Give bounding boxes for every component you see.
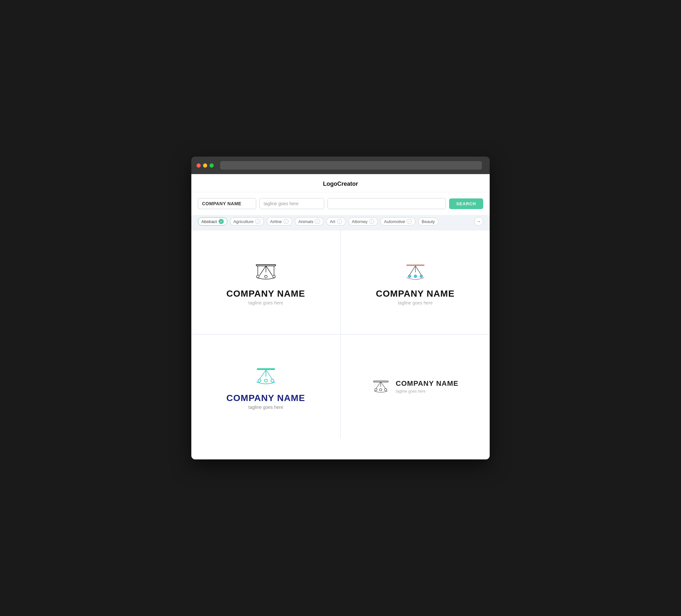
filter-label-abstract: Abstract (201, 219, 217, 224)
logo2-company: COMPANY NAME (376, 288, 455, 299)
logo-card-1[interactable]: COMPANY NAME tagline goes here (191, 230, 340, 334)
logo3-company: COMPANY NAME (226, 393, 305, 403)
keyword-input[interactable] (328, 198, 446, 209)
check-icon-automotive: ✓ (407, 219, 412, 224)
logo1-tagline: tagline goes here (248, 300, 283, 305)
filter-section: Abstract ✓ Agriculture ✓ Airline ✓ Anima… (191, 215, 490, 230)
svg-point-22 (271, 379, 274, 382)
svg-point-28 (380, 388, 382, 391)
check-icon-attorney: ✓ (369, 219, 374, 224)
filter-chip-automotive[interactable]: Automotive ✓ (380, 217, 415, 226)
filter-label-art: Art (330, 219, 335, 224)
logo-card-4[interactable]: COMPANY NAME tagline goes here (341, 335, 490, 438)
svg-line-19 (266, 370, 272, 379)
svg-point-21 (264, 379, 267, 382)
tagline-input[interactable] (259, 198, 324, 209)
filter-label-animals: Animals (298, 219, 313, 224)
traffic-lights (197, 163, 214, 168)
check-icon-abstract: ✓ (219, 219, 224, 224)
address-bar[interactable] (220, 161, 482, 170)
company-name-input[interactable] (198, 198, 256, 209)
check-icon-agriculture: ✓ (255, 219, 260, 224)
filter-label-airline: Airline (270, 219, 282, 224)
filter-chip-attorney[interactable]: Attorney ✓ (348, 217, 378, 226)
filter-label-beauty: Beauty (422, 219, 434, 224)
logo-grid: COMPANY NAME tagline goes here (191, 230, 490, 438)
svg-point-27 (375, 388, 377, 391)
search-section: SEARCH (191, 192, 490, 215)
svg-point-13 (408, 275, 411, 278)
svg-line-11 (409, 266, 415, 275)
logo1-company: COMPANY NAME (226, 288, 305, 299)
svg-point-20 (258, 379, 261, 382)
minimize-button[interactable] (203, 163, 207, 168)
browser-window: LogoCreator SEARCH Abstract ✓ Agricultur… (191, 157, 490, 459)
svg-point-14 (414, 275, 417, 278)
filter-label-attorney: Attorney (352, 219, 368, 224)
filter-chip-agriculture[interactable]: Agriculture ✓ (230, 217, 264, 226)
app-header: LogoCreator (191, 174, 490, 192)
svg-line-25 (376, 382, 381, 389)
browser-content: LogoCreator SEARCH Abstract ✓ Agricultur… (191, 174, 490, 459)
pendulum-icon-3 (253, 363, 279, 389)
logo4-company: COMPANY NAME (396, 379, 458, 388)
check-icon-animals: ✓ (315, 219, 320, 224)
svg-line-12 (415, 266, 421, 275)
filter-chip-abstract[interactable]: Abstract ✓ (198, 217, 227, 226)
filter-chip-airline[interactable]: Airline ✓ (267, 217, 292, 226)
logo2-tagline: tagline goes here (398, 300, 433, 305)
svg-rect-16 (257, 368, 275, 370)
svg-line-3 (266, 266, 272, 276)
maximize-button[interactable] (209, 163, 214, 168)
browser-titlebar (191, 157, 490, 174)
close-button[interactable] (197, 163, 201, 168)
logo3-tagline: tagline goes here (248, 405, 283, 410)
svg-line-2 (259, 266, 266, 276)
svg-point-15 (420, 275, 423, 278)
filter-chip-animals[interactable]: Animals ✓ (295, 217, 324, 226)
filter-label-automotive: Automotive (384, 219, 405, 224)
logo4-text-group: COMPANY NAME tagline goes here (396, 379, 458, 393)
filter-chip-beauty[interactable]: Beauty (418, 217, 438, 226)
check-icon-art: ✓ (337, 219, 342, 224)
check-icon-airline: ✓ (283, 219, 288, 224)
pendulum-icon-2 (402, 259, 428, 285)
logo4-tagline: tagline goes here (396, 389, 458, 393)
pendulum-icon-1 (253, 259, 279, 285)
svg-point-29 (385, 388, 387, 391)
search-button[interactable]: SEARCH (449, 199, 483, 209)
svg-line-26 (381, 382, 385, 389)
svg-point-7 (264, 275, 267, 278)
filter-next-button[interactable]: → (474, 217, 483, 226)
svg-rect-0 (256, 264, 276, 266)
pendulum-icon-4 (372, 378, 390, 395)
logo-card-2[interactable]: COMPANY NAME tagline goes here (341, 230, 490, 334)
filter-chip-art[interactable]: Art ✓ (326, 217, 346, 226)
svg-rect-9 (406, 264, 425, 266)
logo-card-3[interactable]: COMPANY NAME tagline goes here (191, 335, 340, 438)
filter-label-agriculture: Agriculture (233, 219, 254, 224)
svg-line-18 (259, 370, 266, 379)
app-title: LogoCreator (323, 181, 358, 187)
